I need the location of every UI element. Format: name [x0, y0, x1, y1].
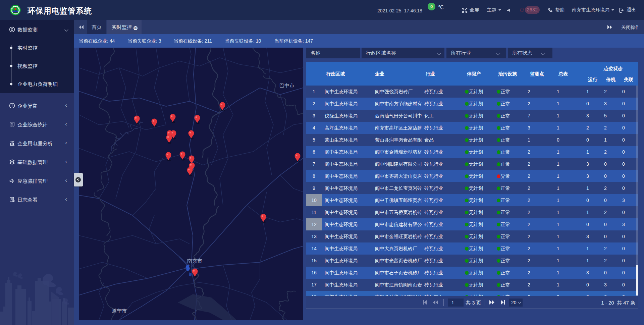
svg-text:遂宁市: 遂宁市 [112, 308, 127, 314]
svg-text:巴中市: 巴中市 [279, 83, 294, 88]
svg-text:南充市: 南充市 [187, 258, 202, 264]
